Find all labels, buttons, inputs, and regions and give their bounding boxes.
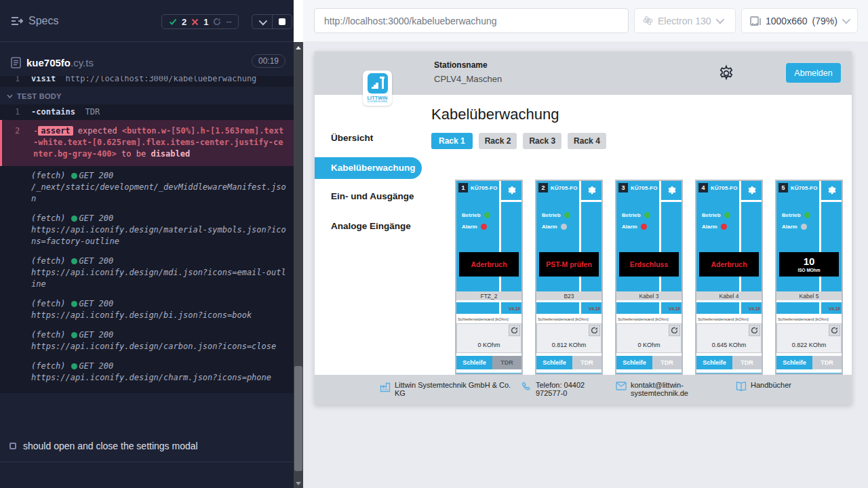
station-name-label: Stationsname: [434, 60, 502, 70]
fetch-log-row[interactable]: (fetch)GET 200https://api.iconify.design…: [0, 251, 294, 294]
collapse-chevron-icon: [7, 94, 13, 98]
failed-assert-row[interactable]: 2 -assert expected <button.w-[50%].h-[1.…: [0, 120, 294, 166]
refresh-button[interactable]: [669, 325, 680, 336]
assert-expected-state: disabled: [151, 149, 190, 159]
station-name-value: CPLV4_Maschen: [434, 74, 502, 84]
fetch-url: /_next/static/development/_devMiddleware…: [31, 182, 286, 203]
spec-file-row[interactable]: kue705fo .cy.ts 00:19: [0, 52, 294, 73]
command-visit[interactable]: 1 visit http://localhost:3000/kabelueber…: [0, 76, 294, 87]
schleife-button[interactable]: Schleife: [616, 356, 652, 369]
cable-label: B23: [536, 291, 601, 300]
viewport-info[interactable]: 1000x660 (79%): [741, 8, 858, 33]
measurement-label: Schleifenwiderstand [kOhm]: [458, 317, 509, 321]
sidebar-item-uebersicht[interactable]: Übersicht: [315, 133, 426, 143]
littwin-logo: LITTWIN SYSTEMTECHNIK: [363, 70, 392, 106]
phone-icon: [521, 382, 532, 392]
browser-select[interactable]: Electron 130: [634, 8, 736, 33]
device-card-1: 1KÜ705-FOBetriebAlarmAderbruchFTZ_2V4.19…: [455, 180, 523, 375]
card-number: 2: [538, 183, 548, 192]
card-gear-icon[interactable]: [586, 185, 597, 196]
fetch-url: https://api.iconify.design/mdi.json?icon…: [31, 268, 286, 289]
scrollbar-thumb[interactable]: [294, 366, 302, 471]
test-body-section[interactable]: TEST BODY: [0, 87, 294, 104]
betrieb-label: Betrieb: [462, 212, 481, 218]
command-contains[interactable]: 1 -contains TDR: [0, 104, 294, 120]
email-icon: [616, 382, 627, 390]
fetch-log-row[interactable]: (fetch)GET 200https://api.iconify.design…: [0, 325, 294, 357]
tdr-button[interactable]: TDR: [572, 356, 601, 369]
card-number: 5: [778, 183, 788, 192]
fetch-log-row[interactable]: (fetch)GET 200https://api.iconify.design…: [0, 209, 294, 251]
sidebar-item-analoge-eingaenge[interactable]: Analoge Eingänge: [315, 221, 426, 231]
command-name: -contains: [31, 107, 75, 117]
tdr-button[interactable]: TDR: [812, 356, 842, 369]
logout-button[interactable]: Abmelden: [786, 63, 841, 83]
chevron-down-icon: [842, 16, 850, 24]
viewport-size: 1000x660: [766, 16, 808, 26]
alarm-led: [801, 224, 807, 230]
refresh-button[interactable]: [749, 325, 760, 336]
cable-label: Kabel 4: [696, 291, 762, 300]
schleife-button[interactable]: Schleife: [776, 356, 812, 369]
schleife-button[interactable]: Schleife: [536, 356, 572, 369]
collapse-tests-button[interactable]: [252, 15, 273, 28]
betrieb-led: [644, 212, 650, 218]
status-message: Erdschluss: [630, 260, 669, 268]
firmware-version: V4.19: [669, 306, 680, 311]
pending-test-row[interactable]: should open and close the settings modal: [0, 441, 294, 451]
settings-gear-icon[interactable]: [717, 64, 735, 82]
fetch-log-row[interactable]: (fetch)GET 200/_next/static/development/…: [0, 166, 294, 209]
tdr-button[interactable]: TDR: [732, 356, 762, 369]
firmware-version: V4.19: [589, 306, 600, 311]
refresh-button[interactable]: [829, 325, 840, 336]
firmware-version: V4.19: [829, 306, 840, 311]
rack-tab-3[interactable]: Rack 3: [523, 133, 561, 149]
url-input[interactable]: [314, 8, 629, 33]
rack-tab-2[interactable]: Rack 2: [479, 133, 517, 149]
footer-phone: Telefon: 04402 972577-0: [536, 381, 610, 397]
fetch-url: https://api.iconify.design/material-symb…: [31, 225, 286, 246]
app-under-test: Stationsname CPLV4_Maschen Abmelden LITT…: [315, 52, 852, 405]
device-model: KÜ705-FO: [631, 185, 657, 191]
tdr-button[interactable]: TDR: [492, 356, 521, 369]
sidebar-item-kabelueberwachung[interactable]: Kabelüberwachung: [315, 157, 422, 179]
iso-unit: ISO MOhm: [797, 268, 820, 272]
specs-menu-button[interactable]: Specs: [11, 15, 58, 27]
browser-name: Electron 130: [658, 16, 711, 26]
card-gear-icon[interactable]: [746, 185, 757, 196]
card-gear-icon[interactable]: [666, 185, 677, 196]
scroll-down-icon[interactable]: [296, 482, 301, 485]
refresh-button[interactable]: [589, 325, 600, 336]
schleife-button[interactable]: Schleife: [696, 356, 732, 369]
resistance-value: 0.822 KOhm: [777, 342, 841, 348]
rack-tab-4[interactable]: Rack 4: [568, 133, 606, 149]
alarm-label: Alarm: [622, 224, 637, 230]
rack-tab-1[interactable]: Rack 1: [431, 133, 473, 149]
sidebar-item-ein-und-ausgaenge[interactable]: Ein- und Ausgänge: [315, 191, 426, 201]
stop-run-button[interactable]: [273, 15, 292, 28]
command-name: visit: [31, 76, 56, 83]
schleife-button[interactable]: Schleife: [456, 356, 492, 369]
fetch-log-row[interactable]: (fetch)GET 200https://api.iconify.design…: [0, 357, 294, 388]
device-card-5: 5KÜ705-FOBetriebAlarm10ISO MOhmKabel 5V4…: [775, 180, 843, 375]
refresh-button[interactable]: [509, 325, 520, 336]
status-dot: [71, 173, 77, 179]
status-dot: [71, 216, 77, 222]
footer-manuals[interactable]: Handbücher: [751, 381, 791, 391]
betrieb-label: Betrieb: [542, 212, 561, 218]
tdr-button[interactable]: TDR: [652, 356, 682, 369]
cable-label: Kabel 5: [776, 291, 842, 300]
alarm-led: [481, 224, 487, 230]
card-gear-icon[interactable]: [506, 185, 517, 196]
alarm-label: Alarm: [702, 224, 717, 230]
measurement-label: Schleifenwiderstand [kOhm]: [618, 317, 669, 321]
scroll-up-icon[interactable]: [296, 46, 301, 49]
status-dot: [71, 332, 77, 338]
status-display: Aderbruch: [459, 252, 519, 277]
fetch-log-row[interactable]: (fetch)GET 200https://api.iconify.design…: [0, 294, 294, 325]
status-display: 10ISO MOhm: [779, 252, 839, 277]
reporter-scrollbar[interactable]: [294, 42, 303, 488]
divider: [0, 462, 294, 462]
fetch-url: https://api.iconify.design/carbon.json?i…: [31, 342, 276, 351]
card-gear-icon[interactable]: [826, 185, 837, 196]
